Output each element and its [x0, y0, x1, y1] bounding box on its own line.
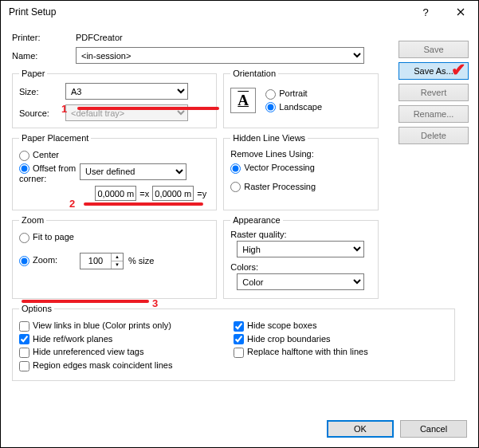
- offset-y-input[interactable]: [152, 186, 194, 201]
- annotation-num-2: 2: [69, 198, 75, 210]
- print-setup-dialog: Print Setup ? Printer: PDFCreator Name: …: [0, 0, 479, 448]
- colors-label: Colors:: [230, 262, 371, 272]
- hide-scope-cb[interactable]: Hide scope boxes: [234, 320, 316, 332]
- orientation-icon: A: [230, 88, 256, 113]
- hide-crop-cb[interactable]: Hide crop boundaries: [234, 334, 331, 345]
- annotation-check: ✔: [451, 60, 465, 81]
- window-title: Print Setup: [1, 6, 408, 18]
- size-select[interactable]: A3: [65, 83, 188, 100]
- zoom-legend: Zoom: [19, 215, 46, 225]
- zoom-input[interactable]: [80, 253, 111, 269]
- paper-legend: Paper: [19, 69, 47, 78]
- hidden-legend: Hidden Line Views: [230, 133, 308, 143]
- region-edges-cb[interactable]: Region edges mask coincident lines: [19, 360, 173, 371]
- zoom-radio[interactable]: Zoom:: [19, 255, 80, 266]
- name-label: Name:: [12, 51, 76, 61]
- portrait-radio[interactable]: Portrait: [265, 88, 307, 100]
- vector-radio[interactable]: Vector Processing: [230, 163, 315, 174]
- close-icon: [457, 8, 465, 16]
- raster-quality-label: Raster quality:: [230, 230, 371, 239]
- placement-group: Paper Placement Center Offset from corne…: [12, 133, 217, 210]
- offset-radio[interactable]: Offset from corner:: [19, 163, 80, 184]
- printer-value: PDFCreator: [76, 33, 123, 42]
- annotation-num-1: 1: [61, 103, 67, 115]
- content: Printer: PDFCreator Name: <in-session> S…: [1, 23, 478, 447]
- center-radio[interactable]: Center: [19, 150, 59, 161]
- appearance-legend: Appearance: [230, 215, 282, 225]
- offset-x-suffix: =x: [139, 189, 149, 198]
- delete-button[interactable]: Delete: [399, 127, 469, 144]
- offset-y-suffix: =y: [197, 189, 206, 198]
- actions-panel: Save Save As... Revert Rename... Delete: [399, 41, 469, 148]
- paper-group: Paper Size: A3 Source: <default tray>: [12, 69, 217, 128]
- name-select[interactable]: <in-session>: [76, 47, 364, 64]
- colors-select[interactable]: Color: [237, 273, 364, 290]
- zoom-spinner[interactable]: ▲▼: [80, 253, 124, 269]
- offset-x-input[interactable]: [95, 186, 136, 201]
- close-button[interactable]: [443, 1, 478, 23]
- annotation-num-3: 3: [152, 297, 158, 309]
- placement-legend: Paper Placement: [19, 133, 91, 143]
- orientation-legend: Orientation: [230, 69, 278, 78]
- annotation-line-2: [84, 202, 203, 206]
- annotation-line-1: [77, 107, 219, 110]
- remove-lines-label: Remove Lines Using:: [230, 149, 371, 159]
- titlebar: Print Setup ?: [1, 1, 478, 23]
- size-label: Size:: [19, 87, 65, 96]
- printer-label: Printer:: [12, 33, 76, 42]
- zoom-suffix: % size: [128, 256, 154, 265]
- spin-up[interactable]: ▲: [111, 253, 123, 261]
- raster-radio[interactable]: Raster Processing: [230, 182, 316, 193]
- options-legend: Options: [19, 304, 54, 313]
- annotation-line-3: [22, 300, 149, 303]
- replace-halftone-cb[interactable]: Replace halftone with thin lines: [234, 347, 368, 358]
- appearance-group: Appearance Raster quality: High Colors: …: [223, 215, 379, 299]
- revert-button[interactable]: Revert: [399, 84, 469, 101]
- offset-preset-select[interactable]: User defined: [80, 163, 186, 180]
- ok-button[interactable]: OK: [327, 420, 394, 438]
- hide-unref-cb[interactable]: Hide unreferenced view tags: [19, 347, 143, 358]
- spin-down[interactable]: ▼: [111, 261, 123, 269]
- landscape-radio[interactable]: Landscape: [265, 102, 322, 113]
- options-group: Options View links in blue (Color prints…: [12, 304, 455, 380]
- rename-button[interactable]: Rename...: [399, 105, 469, 123]
- save-button[interactable]: Save: [399, 41, 469, 58]
- orientation-group: Orientation A Portrait Landscape: [223, 69, 379, 128]
- footer: OK Cancel: [327, 420, 467, 438]
- hidden-line-group: Hidden Line Views Remove Lines Using: Ve…: [223, 133, 379, 210]
- help-button[interactable]: ?: [408, 1, 443, 23]
- view-links-cb[interactable]: View links in blue (Color prints only): [19, 320, 171, 332]
- raster-quality-select[interactable]: High: [237, 241, 364, 257]
- cancel-button[interactable]: Cancel: [400, 420, 467, 438]
- zoom-group: Zoom Fit to page Zoom: ▲▼ % size: [12, 215, 217, 299]
- hide-ref-cb[interactable]: Hide ref/work planes: [19, 334, 112, 345]
- fit-radio[interactable]: Fit to page: [19, 232, 74, 243]
- source-label: Source:: [19, 108, 65, 118]
